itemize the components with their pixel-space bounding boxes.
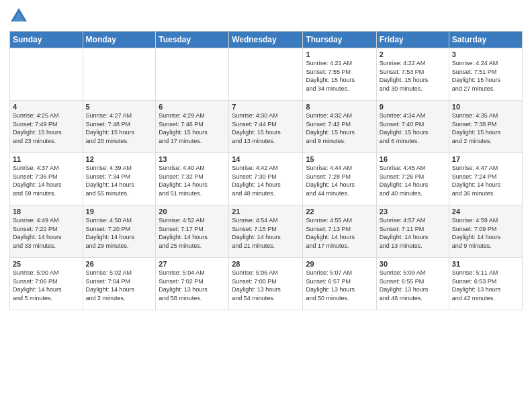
calendar-cell: 13Sunrise: 4:40 AM Sunset: 7:32 PM Dayli… <box>156 153 229 205</box>
day-info: Sunrise: 4:55 AM Sunset: 7:13 PM Dayligh… <box>306 216 373 250</box>
calendar-cell: 5Sunrise: 4:27 AM Sunset: 7:48 PM Daylig… <box>83 101 156 153</box>
calendar-cell: 30Sunrise: 5:09 AM Sunset: 6:55 PM Dayli… <box>376 258 449 310</box>
calendar-cell: 28Sunrise: 5:06 AM Sunset: 7:00 PM Dayli… <box>229 258 303 310</box>
day-number: 11 <box>13 155 80 163</box>
day-number: 19 <box>86 208 153 216</box>
calendar-cell: 22Sunrise: 4:55 AM Sunset: 7:13 PM Dayli… <box>303 205 376 258</box>
calendar-cell: 4Sunrise: 4:25 AM Sunset: 7:49 PM Daylig… <box>10 101 83 153</box>
day-number: 27 <box>159 260 226 268</box>
calendar-cell: 29Sunrise: 5:07 AM Sunset: 6:57 PM Dayli… <box>303 258 376 310</box>
day-number: 9 <box>380 103 446 111</box>
calendar-cell: 12Sunrise: 4:39 AM Sunset: 7:34 PM Dayli… <box>83 153 156 205</box>
day-number: 24 <box>452 208 519 216</box>
calendar-cell: 19Sunrise: 4:50 AM Sunset: 7:20 PM Dayli… <box>83 205 156 258</box>
calendar-cell: 11Sunrise: 4:37 AM Sunset: 7:36 PM Dayli… <box>10 153 83 205</box>
calendar-cell: 10Sunrise: 4:35 AM Sunset: 7:38 PM Dayli… <box>449 101 522 153</box>
day-number: 14 <box>232 155 300 163</box>
calendar-cell: 15Sunrise: 4:44 AM Sunset: 7:28 PM Dayli… <box>303 153 376 205</box>
day-number: 6 <box>159 103 226 111</box>
weekday-header: Thursday <box>303 32 376 48</box>
day-number: 26 <box>86 260 153 268</box>
day-number: 5 <box>86 103 153 111</box>
day-info: Sunrise: 5:11 AM Sunset: 6:53 PM Dayligh… <box>452 269 519 302</box>
day-info: Sunrise: 4:21 AM Sunset: 7:55 PM Dayligh… <box>306 59 373 93</box>
day-info: Sunrise: 4:40 AM Sunset: 7:32 PM Dayligh… <box>159 164 226 197</box>
calendar-cell <box>83 48 156 101</box>
day-number: 15 <box>306 155 373 163</box>
day-info: Sunrise: 4:49 AM Sunset: 7:22 PM Dayligh… <box>13 216 80 250</box>
calendar-cell: 24Sunrise: 4:59 AM Sunset: 7:09 PM Dayli… <box>449 205 522 258</box>
day-info: Sunrise: 4:25 AM Sunset: 7:49 PM Dayligh… <box>13 111 80 145</box>
weekday-header: Saturday <box>449 32 522 48</box>
day-number: 2 <box>380 50 446 58</box>
calendar: SundayMondayTuesdayWednesdayThursdayFrid… <box>9 31 523 310</box>
day-number: 10 <box>452 103 519 111</box>
day-number: 31 <box>452 260 519 268</box>
calendar-week-row: 25Sunrise: 5:00 AM Sunset: 7:06 PM Dayli… <box>10 258 523 310</box>
day-info: Sunrise: 5:04 AM Sunset: 7:02 PM Dayligh… <box>159 269 226 302</box>
day-info: Sunrise: 4:30 AM Sunset: 7:44 PM Dayligh… <box>232 111 300 145</box>
day-info: Sunrise: 4:27 AM Sunset: 7:48 PM Dayligh… <box>86 111 153 145</box>
day-info: Sunrise: 4:52 AM Sunset: 7:17 PM Dayligh… <box>159 216 226 250</box>
day-info: Sunrise: 4:32 AM Sunset: 7:42 PM Dayligh… <box>306 111 373 145</box>
weekday-header: Monday <box>83 32 156 48</box>
day-info: Sunrise: 4:34 AM Sunset: 7:40 PM Dayligh… <box>380 111 446 145</box>
calendar-cell <box>156 48 229 101</box>
day-info: Sunrise: 4:24 AM Sunset: 7:51 PM Dayligh… <box>452 59 519 93</box>
day-info: Sunrise: 5:00 AM Sunset: 7:06 PM Dayligh… <box>13 269 80 302</box>
day-info: Sunrise: 4:42 AM Sunset: 7:30 PM Dayligh… <box>232 164 300 197</box>
calendar-cell: 31Sunrise: 5:11 AM Sunset: 6:53 PM Dayli… <box>449 258 522 310</box>
day-info: Sunrise: 4:44 AM Sunset: 7:28 PM Dayligh… <box>306 164 373 197</box>
calendar-cell: 23Sunrise: 4:57 AM Sunset: 7:11 PM Dayli… <box>376 205 449 258</box>
calendar-cell: 25Sunrise: 5:00 AM Sunset: 7:06 PM Dayli… <box>10 258 83 310</box>
calendar-cell: 17Sunrise: 4:47 AM Sunset: 7:24 PM Dayli… <box>449 153 522 205</box>
day-info: Sunrise: 4:45 AM Sunset: 7:26 PM Dayligh… <box>380 164 446 197</box>
calendar-cell: 20Sunrise: 4:52 AM Sunset: 7:17 PM Dayli… <box>156 205 229 258</box>
day-number: 4 <box>13 103 80 111</box>
day-number: 23 <box>380 208 446 216</box>
day-info: Sunrise: 5:09 AM Sunset: 6:55 PM Dayligh… <box>380 269 446 302</box>
calendar-cell: 9Sunrise: 4:34 AM Sunset: 7:40 PM Daylig… <box>376 101 449 153</box>
day-number: 1 <box>306 50 373 58</box>
day-number: 16 <box>380 155 446 163</box>
calendar-cell: 3Sunrise: 4:24 AM Sunset: 7:51 PM Daylig… <box>449 48 522 101</box>
weekday-header-row: SundayMondayTuesdayWednesdayThursdayFrid… <box>10 32 523 48</box>
day-info: Sunrise: 4:35 AM Sunset: 7:38 PM Dayligh… <box>452 111 519 145</box>
calendar-cell: 1Sunrise: 4:21 AM Sunset: 7:55 PM Daylig… <box>303 48 376 101</box>
calendar-cell: 16Sunrise: 4:45 AM Sunset: 7:26 PM Dayli… <box>376 153 449 205</box>
day-info: Sunrise: 4:37 AM Sunset: 7:36 PM Dayligh… <box>13 164 80 197</box>
day-info: Sunrise: 5:06 AM Sunset: 7:00 PM Dayligh… <box>232 269 300 302</box>
day-number: 13 <box>159 155 226 163</box>
day-info: Sunrise: 4:59 AM Sunset: 7:09 PM Dayligh… <box>452 216 519 250</box>
calendar-cell: 21Sunrise: 4:54 AM Sunset: 7:15 PM Dayli… <box>229 205 303 258</box>
logo <box>9 7 31 26</box>
calendar-cell: 26Sunrise: 5:02 AM Sunset: 7:04 PM Dayli… <box>83 258 156 310</box>
calendar-week-row: 18Sunrise: 4:49 AM Sunset: 7:22 PM Dayli… <box>10 205 523 258</box>
day-number: 7 <box>232 103 300 111</box>
calendar-week-row: 11Sunrise: 4:37 AM Sunset: 7:36 PM Dayli… <box>10 153 523 205</box>
day-info: Sunrise: 4:47 AM Sunset: 7:24 PM Dayligh… <box>452 164 519 197</box>
weekday-header: Friday <box>376 32 449 48</box>
logo-icon <box>9 7 28 26</box>
day-number: 29 <box>306 260 373 268</box>
calendar-cell: 18Sunrise: 4:49 AM Sunset: 7:22 PM Dayli… <box>10 205 83 258</box>
calendar-cell: 7Sunrise: 4:30 AM Sunset: 7:44 PM Daylig… <box>229 101 303 153</box>
day-info: Sunrise: 4:39 AM Sunset: 7:34 PM Dayligh… <box>86 164 153 197</box>
day-number: 22 <box>306 208 373 216</box>
day-number: 18 <box>13 208 80 216</box>
weekday-header: Wednesday <box>229 32 303 48</box>
day-info: Sunrise: 4:57 AM Sunset: 7:11 PM Dayligh… <box>380 216 446 250</box>
day-number: 12 <box>86 155 153 163</box>
weekday-header: Sunday <box>10 32 83 48</box>
day-number: 17 <box>452 155 519 163</box>
day-info: Sunrise: 5:02 AM Sunset: 7:04 PM Dayligh… <box>86 269 153 302</box>
calendar-week-row: 1Sunrise: 4:21 AM Sunset: 7:55 PM Daylig… <box>10 48 523 101</box>
calendar-cell: 2Sunrise: 4:22 AM Sunset: 7:53 PM Daylig… <box>376 48 449 101</box>
day-number: 3 <box>452 50 519 58</box>
calendar-week-row: 4Sunrise: 4:25 AM Sunset: 7:49 PM Daylig… <box>10 101 523 153</box>
day-info: Sunrise: 4:50 AM Sunset: 7:20 PM Dayligh… <box>86 216 153 250</box>
day-number: 25 <box>13 260 80 268</box>
calendar-cell: 14Sunrise: 4:42 AM Sunset: 7:30 PM Dayli… <box>229 153 303 205</box>
day-number: 30 <box>380 260 446 268</box>
calendar-cell: 6Sunrise: 4:29 AM Sunset: 7:46 PM Daylig… <box>156 101 229 153</box>
